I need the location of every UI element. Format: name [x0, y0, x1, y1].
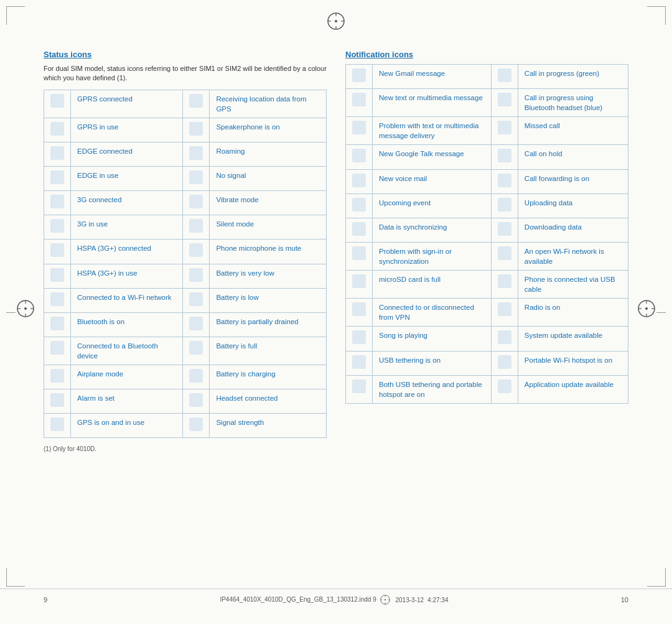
icon-cell: [346, 117, 373, 145]
notification-icon: [498, 274, 511, 288]
notification-icon: [352, 93, 366, 106]
notification-icon: [498, 149, 511, 162]
page-footer: 9 IP4464_4010X_4010D_QG_Eng_GB_13_130312…: [0, 589, 672, 605]
notification-label: Song is playing: [373, 327, 492, 351]
notification-label: Downloading data: [518, 218, 628, 242]
icon-cell: [44, 215, 71, 240]
table-row: Connected to or disconnected from VPNRad…: [346, 299, 628, 327]
notification-label: Radio is on: [518, 299, 628, 327]
notification-icon: [352, 149, 366, 162]
compass-mid-right: [637, 299, 656, 320]
svg-point-13: [645, 307, 648, 310]
table-row: GPS is on and in useSignal strength: [44, 414, 327, 438]
right-column: Notification icons New Gmail messageCall…: [345, 50, 628, 452]
notification-icon: [498, 174, 511, 187]
icon-cell: [491, 117, 518, 145]
notification-label: Missed call: [518, 117, 628, 145]
status-label: Speakerphone is on: [210, 118, 327, 142]
icon-cell: [491, 351, 518, 375]
compass-top: [326, 11, 346, 33]
notification-label: Problem with text or multimedia message …: [373, 117, 492, 145]
icon-cell: [183, 167, 210, 191]
notification-icon: [352, 355, 366, 369]
table-row: GPRS in useSpeakerphone is on: [44, 118, 327, 142]
notification-label: Problem with sign-in or synchronization: [373, 242, 492, 270]
table-row: Connected to a Bluetooth deviceBattery i…: [44, 337, 327, 365]
notification-label: Call on hold: [518, 145, 628, 169]
notification-icons-table: New Gmail messageCall in progress (green…: [345, 64, 628, 404]
notification-label: Call in progress using Bluetooth headset…: [518, 89, 628, 117]
notification-icon: [352, 246, 366, 260]
notification-label: System update available: [518, 327, 628, 351]
icon-cell: [346, 327, 373, 351]
status-label: Battery is very low: [210, 264, 327, 288]
icon-cell: [183, 191, 210, 215]
status-label: Receiving location data from GPS: [210, 90, 327, 118]
table-row: New text or multimedia messageCall in pr…: [346, 89, 628, 117]
table-row: 3G connectedVibrate mode: [44, 191, 327, 215]
status-icon: [50, 341, 64, 355]
icon-cell: [183, 414, 210, 438]
status-label: Battery is full: [210, 337, 327, 365]
status-icon: [50, 122, 64, 136]
status-icon: [189, 341, 203, 355]
status-label: Silent mode: [210, 215, 327, 240]
table-row: Bluetooth is onBattery is partially drai…: [44, 312, 327, 337]
notification-label: Connected to or disconnected from VPN: [373, 299, 492, 327]
notification-icon: [352, 174, 366, 187]
notification-label: microSD card is full: [373, 271, 492, 299]
status-label: Headset connected: [210, 389, 327, 414]
notification-icon: [352, 380, 366, 393]
notification-label: New Gmail message: [373, 65, 492, 89]
svg-point-1: [335, 20, 337, 22]
table-row: Data is synchronizingDownloading data: [346, 218, 628, 242]
status-label: EDGE connected: [71, 142, 183, 167]
status-label: GPRS connected: [71, 90, 183, 118]
notification-label: Upcoming event: [373, 193, 492, 218]
icon-cell: [183, 312, 210, 337]
icon-cell: [491, 375, 518, 403]
icon-cell: [346, 271, 373, 299]
status-icon: [189, 122, 203, 136]
table-row: Upcoming eventUploading data: [346, 193, 628, 218]
table-row: Airplane modeBattery is charging: [44, 365, 327, 389]
notification-label: Application update available: [518, 375, 628, 403]
status-icon: [50, 369, 64, 383]
status-label: 3G connected: [71, 191, 183, 215]
icon-cell: [183, 389, 210, 414]
icon-cell: [44, 312, 71, 337]
notification-label: Data is synchronizing: [373, 218, 492, 242]
notification-label: Call forwarding is on: [518, 169, 628, 193]
table-row: New voice mailCall forwarding is on: [346, 169, 628, 193]
icon-cell: [44, 389, 71, 414]
icon-cell: [346, 89, 373, 117]
status-icon: [189, 243, 203, 257]
table-row: USB tethering is onPortable Wi-Fi hotspo…: [346, 351, 628, 375]
status-icon: [50, 417, 64, 431]
table-row: Song is playingSystem update available: [346, 327, 628, 351]
footer-filename: IP4464_4010X_4010D_QG_Eng_GB_13_130312.i…: [220, 594, 391, 605]
status-icon: [50, 292, 64, 306]
left-column: Status icons For dual SIM model, status …: [44, 50, 327, 452]
icon-cell: [44, 90, 71, 118]
status-icon: [189, 417, 203, 431]
status-icons-description: For dual SIM model, status icons referri…: [44, 64, 327, 83]
notification-icon: [352, 121, 366, 134]
notification-icon: [352, 222, 366, 236]
notification-label: Call in progress (green): [518, 65, 628, 89]
notification-label: New voice mail: [373, 169, 492, 193]
icon-cell: [491, 169, 518, 193]
status-label: Alarm is set: [71, 389, 183, 414]
status-icons-table: GPRS connectedReceiving location data fr…: [44, 90, 327, 439]
status-label: Battery is partially drained: [210, 312, 327, 337]
notification-label: Both USB tethering and portable hotspot …: [373, 375, 492, 403]
icon-cell: [346, 218, 373, 242]
footer-date: 2013-3-12: [396, 597, 424, 603]
notification-label: Phone is connected via USB cable: [518, 271, 628, 299]
svg-point-19: [384, 599, 385, 600]
icon-cell: [183, 90, 210, 118]
notification-label: Uploading data: [518, 193, 628, 218]
status-label: Battery is low: [210, 288, 327, 312]
status-icon: [50, 268, 64, 282]
table-row: 3G in useSilent mode: [44, 215, 327, 240]
